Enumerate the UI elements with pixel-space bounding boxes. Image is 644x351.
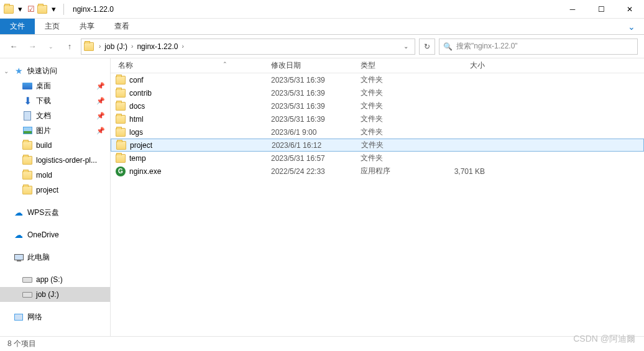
- file-name: html: [129, 115, 144, 124]
- maximize-button[interactable]: ☐: [587, 0, 615, 19]
- forward-button[interactable]: →: [25, 39, 40, 54]
- qat-divider-icon[interactable]: ▾: [48, 4, 58, 14]
- sidebar-quick-item[interactable]: project: [0, 183, 110, 198]
- sidebar-quick-item[interactable]: build: [0, 138, 110, 153]
- sidebar-item-label: 文档: [36, 111, 51, 121]
- pc-icon: [14, 252, 24, 262]
- open-folder-icon[interactable]: [37, 5, 47, 14]
- ribbon-expand-icon[interactable]: ⌄: [619, 19, 644, 34]
- back-button[interactable]: ←: [6, 39, 21, 54]
- pin-icon: 📌: [96, 82, 105, 90]
- address-bar[interactable]: › job (J:) › nginx-1.22.0 › ⌄: [81, 39, 415, 55]
- pin-icon: 📌: [96, 112, 105, 120]
- file-date: 2023/5/31 16:39: [271, 76, 361, 84]
- refresh-button[interactable]: ↻: [419, 39, 435, 55]
- sidebar-this-pc[interactable]: 此电脑: [0, 250, 110, 265]
- search-placeholder: 搜索"nginx-1.22.0": [456, 41, 518, 52]
- sidebar-quick-item[interactable]: 图片📌: [0, 123, 110, 138]
- network-icon: [14, 312, 24, 322]
- breadcrumb-item[interactable]: job (J:): [103, 42, 129, 51]
- sidebar-quick-item[interactable]: ⬇下载📌: [0, 93, 110, 108]
- up-button[interactable]: ↑: [62, 39, 77, 54]
- file-type: 文件夹: [361, 88, 435, 98]
- body: ⌄ ★ 快速访问 桌面📌⬇下载📌文档📌图片📌buildlogistics-ord…: [0, 58, 644, 336]
- sidebar-drive-item[interactable]: app (S:): [0, 272, 110, 287]
- quick-access-toolbar: ▾ ☑ ▾: [4, 4, 68, 15]
- column-size[interactable]: 大小: [435, 60, 504, 71]
- file-date: 2023/6/1 9:00: [271, 128, 361, 137]
- cloud-icon: ☁: [14, 230, 24, 240]
- folder-icon: [116, 102, 126, 111]
- sidebar-onedrive[interactable]: ☁ OneDrive: [0, 227, 110, 242]
- file-date: 2023/5/31 16:57: [271, 154, 361, 163]
- chevron-down-icon[interactable]: ⌄: [4, 68, 9, 75]
- tab-share[interactable]: 共享: [70, 19, 104, 34]
- tab-view[interactable]: 查看: [104, 19, 139, 34]
- drive-icon: [22, 289, 32, 299]
- file-type: 应用程序: [361, 166, 435, 176]
- column-name[interactable]: 名称 ⌃: [111, 60, 271, 71]
- breadcrumb-item[interactable]: nginx-1.22.0: [136, 42, 179, 51]
- file-date: 2023/5/31 16:39: [271, 115, 361, 124]
- file-row[interactable]: html2023/5/31 16:39文件夹: [111, 112, 644, 125]
- file-tab[interactable]: 文件: [0, 19, 35, 34]
- file-row[interactable]: Gnginx.exe2022/5/24 22:33应用程序3,701 KB: [111, 165, 644, 178]
- file-row[interactable]: docs2023/5/31 16:39文件夹: [111, 99, 644, 112]
- sidebar-quick-item[interactable]: 桌面📌: [0, 78, 110, 93]
- picture-icon: [22, 125, 32, 135]
- folder-icon: [116, 141, 126, 150]
- minimize-button[interactable]: ─: [558, 0, 587, 19]
- sidebar-wps[interactable]: ☁ WPS云盘: [0, 205, 110, 220]
- file-row[interactable]: contrib2023/5/31 16:39文件夹: [111, 86, 644, 99]
- status-bar: 8 个项目: [0, 336, 644, 351]
- divider: [63, 4, 64, 15]
- sidebar-quick-item[interactable]: 文档📌: [0, 108, 110, 123]
- file-row[interactable]: logs2023/6/1 9:00文件夹: [111, 125, 644, 139]
- column-date[interactable]: 修改日期: [271, 60, 361, 71]
- file-type: 文件夹: [361, 127, 435, 137]
- pin-icon: 📌: [96, 127, 105, 135]
- chevron-right-icon[interactable]: ›: [179, 43, 186, 50]
- column-type[interactable]: 类型: [361, 60, 435, 71]
- file-list: conf2023/5/31 16:39文件夹contrib2023/5/31 1…: [111, 73, 644, 336]
- search-box[interactable]: 🔍 搜索"nginx-1.22.0": [439, 39, 638, 55]
- sidebar-quick-item[interactable]: mold: [0, 168, 110, 183]
- folder-icon: [22, 141, 32, 150]
- sidebar-drive-item[interactable]: job (J:): [0, 287, 110, 302]
- navbar: ← → ⌄ ↑ › job (J:) › nginx-1.22.0 › ⌄ ↻ …: [0, 35, 644, 58]
- file-date: 2022/5/24 22:33: [271, 167, 361, 176]
- file-name: docs: [129, 102, 145, 111]
- file-row[interactable]: temp2023/5/31 16:57文件夹: [111, 152, 644, 165]
- recent-dropdown-icon[interactable]: ⌄: [44, 39, 58, 54]
- sidebar-item-label: project: [36, 186, 58, 194]
- chevron-right-icon[interactable]: ›: [129, 43, 136, 50]
- file-type: 文件夹: [361, 140, 436, 150]
- sidebar-label: OneDrive: [27, 230, 59, 239]
- file-row[interactable]: conf2023/5/31 16:39文件夹: [111, 73, 644, 86]
- pin-icon: 📌: [96, 97, 105, 105]
- sidebar-item-label: mold: [36, 171, 52, 180]
- address-dropdown-icon[interactable]: ⌄: [400, 43, 412, 50]
- column-headers: 名称 ⌃ 修改日期 类型 大小: [111, 58, 644, 73]
- sidebar-network[interactable]: 网络: [0, 309, 110, 324]
- tab-home[interactable]: 主页: [35, 19, 70, 34]
- folder-icon: [22, 171, 32, 180]
- file-date: 2023/6/1 16:12: [272, 141, 361, 150]
- properties-icon[interactable]: ☑: [26, 4, 36, 14]
- search-icon: 🔍: [443, 42, 453, 51]
- file-name: contrib: [129, 89, 152, 98]
- chevron-right-icon[interactable]: ›: [96, 43, 103, 50]
- sidebar-quick-access[interactable]: ⌄ ★ 快速访问: [0, 63, 110, 78]
- app-folder-icon: [4, 5, 14, 14]
- titlebar: ▾ ☑ ▾ nginx-1.22.0 ─ ☐ ✕: [0, 0, 644, 19]
- file-row[interactable]: project2023/6/1 16:12文件夹: [111, 139, 644, 152]
- qat-dropdown-icon[interactable]: ▾: [15, 4, 25, 14]
- folder-icon: [22, 156, 32, 165]
- folder-icon: [116, 128, 126, 137]
- folder-icon: [116, 76, 126, 84]
- close-button[interactable]: ✕: [615, 0, 644, 19]
- address-folder-icon: [84, 42, 94, 51]
- sidebar-quick-item[interactable]: logistics-order-pl...: [0, 153, 110, 168]
- folder-icon: [116, 115, 126, 124]
- content-pane: 名称 ⌃ 修改日期 类型 大小 conf2023/5/31 16:39文件夹co…: [111, 58, 644, 336]
